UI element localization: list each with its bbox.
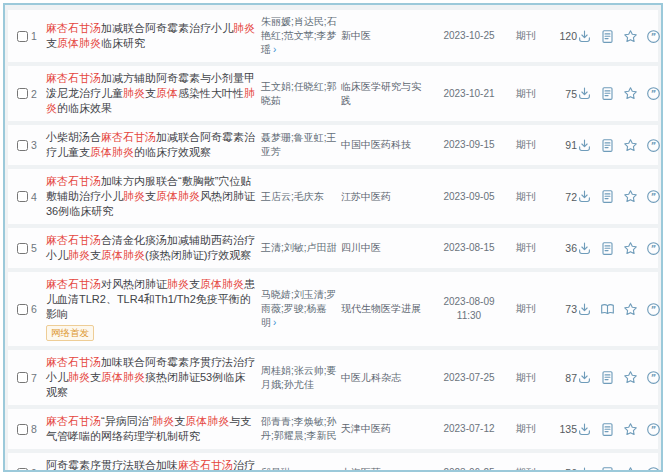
download-count: 91 <box>547 139 577 151</box>
result-title-link[interactable]: 阿奇霉素序贯疗法联合加味麻杏石甘汤治疗对于小儿支原体肺炎的意义 <box>46 458 255 472</box>
row-checkbox[interactable] <box>17 304 28 315</box>
row-actions: ” <box>577 466 663 473</box>
result-title-link[interactable]: 麻杏石甘汤加味联合阿奇霉素序贯疗法治疗小儿肺炎支原体肺炎痰热闭肺证53例临床观察 <box>46 355 255 400</box>
download-icon[interactable] <box>577 422 592 437</box>
author-expand-icon[interactable]: › <box>273 317 276 328</box>
result-title-link[interactable]: 麻杏石甘汤合清金化痰汤加减辅助西药治疗小儿肺炎支原体肺炎(痰热闭肺证)疗效观察 <box>46 233 255 263</box>
svg-text:”: ” <box>651 424 657 434</box>
download-icon[interactable] <box>577 466 592 473</box>
title-highlight-term: 麻杏石甘汤 <box>101 131 156 143</box>
source-journal-link[interactable]: 临床医学研究与实践 <box>341 80 433 108</box>
download-icon[interactable] <box>577 29 592 44</box>
result-title-link[interactable]: 麻杏石甘汤加味方内服联合“敷胸散”穴位贴敷辅助治疗小儿肺炎支原体肺炎风热闭肺证3… <box>46 174 255 219</box>
source-journal-link[interactable]: 中国中医药科技 <box>341 138 433 152</box>
download-icon[interactable] <box>577 138 592 153</box>
row-checkbox[interactable] <box>17 468 28 473</box>
authors-cell[interactable]: 邱昌琳 <box>261 466 341 472</box>
favorite-star-icon[interactable] <box>623 241 638 256</box>
download-icon[interactable] <box>577 302 592 317</box>
result-title-link[interactable]: 麻杏石甘汤加减联合阿奇霉素治疗小儿肺炎支原体肺炎临床研究 <box>46 21 255 51</box>
html-read-icon[interactable] <box>600 241 615 256</box>
authors-cell[interactable]: 邵青青;李焕敏;孙丹;郭耀晨;李新民 <box>261 415 341 443</box>
author-expand-icon[interactable]: › <box>273 44 276 55</box>
quote-icon[interactable]: ” <box>646 189 661 204</box>
result-row: 2 麻杏石甘汤加减方辅助阿奇霉素与小剂量甲泼尼龙治疗儿童肺炎支原体感染性大叶性肺… <box>8 66 658 121</box>
row-checkbox[interactable] <box>17 88 28 99</box>
row-actions: ” <box>577 370 663 385</box>
download-icon[interactable] <box>577 86 592 101</box>
book-read-icon[interactable] <box>600 302 615 317</box>
source-journal-link[interactable]: 四川中医 <box>341 241 433 255</box>
favorite-star-icon[interactable] <box>623 86 638 101</box>
html-read-icon[interactable] <box>600 29 615 44</box>
favorite-star-icon[interactable] <box>623 302 638 317</box>
source-journal-link[interactable]: 天津中医药 <box>341 422 433 436</box>
source-journal-link[interactable]: 中医儿科杂志 <box>341 371 433 385</box>
row-actions: ” <box>577 189 663 204</box>
row-number: 2 <box>31 88 37 100</box>
source-journal-link[interactable]: 江苏中医药 <box>341 190 433 204</box>
download-count: 135 <box>547 423 577 435</box>
favorite-star-icon[interactable] <box>623 189 638 204</box>
quote-icon[interactable]: ” <box>646 241 661 256</box>
result-row: 1 麻杏石甘汤加减联合阿奇霉素治疗小儿肺炎支原体肺炎临床研究 朱丽媛;肖达民;石… <box>8 10 658 62</box>
favorite-star-icon[interactable] <box>623 466 638 473</box>
title-highlight-term: 原体肺炎 <box>156 190 200 202</box>
row-checkbox[interactable] <box>17 243 28 254</box>
download-icon[interactable] <box>577 189 592 204</box>
authors-cell[interactable]: 朱丽媛;肖达民;石艳红;范文苹;李梦瑶› <box>261 15 341 57</box>
quote-icon[interactable]: ” <box>646 370 661 385</box>
title-text: 支 <box>189 278 200 290</box>
quote-icon[interactable]: ” <box>646 138 661 153</box>
row-checkbox[interactable] <box>17 140 28 151</box>
row-checkbox[interactable] <box>17 424 28 435</box>
title-highlight-term: 肺炎 <box>123 87 145 99</box>
favorite-star-icon[interactable] <box>623 370 638 385</box>
html-read-icon[interactable] <box>600 138 615 153</box>
quote-icon[interactable]: ” <box>646 86 661 101</box>
authors-cell[interactable]: 王清;刘敏;卢田甜 <box>261 241 341 255</box>
publication-type: 期刊 <box>505 371 547 385</box>
title-highlight-term: 原体肺炎 <box>200 278 244 290</box>
result-title-link[interactable]: 麻杏石甘汤“异病同治”肺炎支原体肺炎与支气管哮喘的网络药理学机制研究 <box>46 414 255 444</box>
quote-icon[interactable]: ” <box>646 29 661 44</box>
html-read-icon[interactable] <box>600 370 615 385</box>
html-read-icon[interactable] <box>600 86 615 101</box>
html-read-icon[interactable] <box>600 189 615 204</box>
row-checkbox[interactable] <box>17 372 28 383</box>
first-online-badge: 网络首发 <box>46 325 94 341</box>
download-count: 72 <box>547 191 577 203</box>
row-checkbox[interactable] <box>17 31 28 42</box>
title-text: 阿奇霉素序贯疗法联合加味 <box>46 459 178 471</box>
authors-cell[interactable]: 周桂娟;张云帅;要月娥;孙尤佳 <box>261 364 341 392</box>
source-journal-link[interactable]: 上海医药 <box>341 466 433 472</box>
result-title-link[interactable]: 麻杏石甘汤对风热闭肺证肺炎支原体肺炎患儿血清TLR2、TLR4和Th1/Th2免… <box>46 277 255 322</box>
title-text: 小柴胡汤合 <box>46 131 101 143</box>
title-highlight-term: 原体肺炎 <box>101 371 145 383</box>
result-title-link[interactable]: 小柴胡汤合麻杏石甘汤加减联合阿奇霉素治疗儿童支原体肺炎的临床疗效观察 <box>46 130 255 160</box>
title-highlight-term: 原体肺炎 <box>101 249 145 261</box>
publication-type: 期刊 <box>505 190 547 204</box>
download-icon[interactable] <box>577 370 592 385</box>
row-actions: ” <box>577 302 663 317</box>
favorite-star-icon[interactable] <box>623 138 638 153</box>
html-read-icon[interactable] <box>600 466 615 473</box>
quote-icon[interactable]: ” <box>646 422 661 437</box>
authors-cell[interactable]: 马晓婧;刘玉清;罗雨薇;罗骏;杨嘉明› <box>261 288 341 330</box>
result-row: 6 麻杏石甘汤对风热闭肺证肺炎支原体肺炎患儿血清TLR2、TLR4和Th1/Th… <box>8 272 658 346</box>
result-title-link[interactable]: 麻杏石甘汤加减方辅助阿奇霉素与小剂量甲泼尼龙治疗儿童肺炎支原体感染性大叶性肺炎的… <box>46 71 255 116</box>
row-number: 4 <box>31 191 37 203</box>
favorite-star-icon[interactable] <box>623 29 638 44</box>
favorite-star-icon[interactable] <box>623 422 638 437</box>
authors-cell[interactable]: 王文娟;任晓红;郭晓茹 <box>261 80 341 108</box>
quote-icon[interactable]: ” <box>646 466 661 473</box>
html-read-icon[interactable] <box>600 422 615 437</box>
download-icon[interactable] <box>577 241 592 256</box>
source-journal-link[interactable]: 新中医 <box>341 29 433 43</box>
source-journal-link[interactable]: 现代生物医学进展 <box>341 302 433 316</box>
quote-icon[interactable]: ” <box>646 302 661 317</box>
authors-cell[interactable]: 王店云;毛庆东 <box>261 190 341 204</box>
title-highlight-term: 肺炎 <box>68 249 90 261</box>
row-checkbox[interactable] <box>17 191 28 202</box>
authors-cell[interactable]: 聂梦珊;鲁亚虹;王亚芳 <box>261 131 341 159</box>
